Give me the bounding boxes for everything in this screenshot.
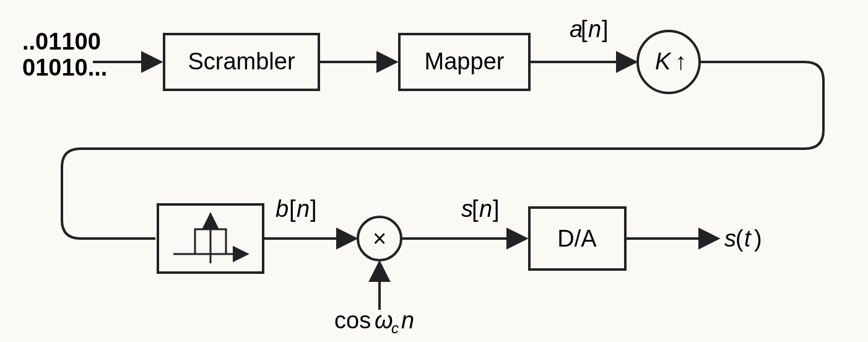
input-bits-l2: 01010... [22, 55, 107, 81]
block-da-label: D/A [557, 226, 597, 252]
svg-text:]: ] [602, 16, 609, 42]
block-mapper-label: Mapper [425, 48, 505, 74]
svg-text:n: n [479, 196, 492, 222]
pulse-filter-icon [173, 214, 248, 263]
svg-text:n: n [401, 307, 414, 333]
svg-text:ω: ω [375, 307, 393, 333]
wrap-path [62, 62, 823, 239]
svg-text:(: ( [736, 226, 744, 252]
svg-text:n: n [588, 16, 601, 42]
multiplier-symbol: × [373, 226, 386, 252]
svg-text:): ) [754, 226, 762, 252]
carrier-label: cos ω c n [334, 307, 414, 336]
svg-text:]: ] [493, 196, 500, 222]
signal-s-label: s [ n ] [461, 196, 500, 222]
svg-text:[: [ [289, 196, 296, 222]
signal-b-label: b [ n ] [276, 196, 317, 222]
upsampler-k: K [655, 48, 672, 74]
svg-text:b: b [276, 196, 289, 222]
input-bits-l1: ..01100 [22, 28, 101, 55]
svg-text:[: [ [472, 196, 479, 222]
svg-text:cos: cos [334, 307, 371, 333]
svg-text:t: t [744, 226, 752, 252]
output-s-label: s ( t ) [724, 226, 762, 252]
svg-text:]: ] [310, 196, 317, 222]
upsampler-arrow-icon: ↑ [675, 48, 687, 74]
svg-text:[: [ [581, 16, 588, 42]
svg-text:c: c [391, 320, 399, 336]
svg-text:n: n [297, 196, 310, 222]
signal-a-label: a [ n ] [570, 16, 609, 42]
block-scrambler-label: Scrambler [188, 48, 295, 74]
svg-text:s: s [724, 226, 736, 252]
